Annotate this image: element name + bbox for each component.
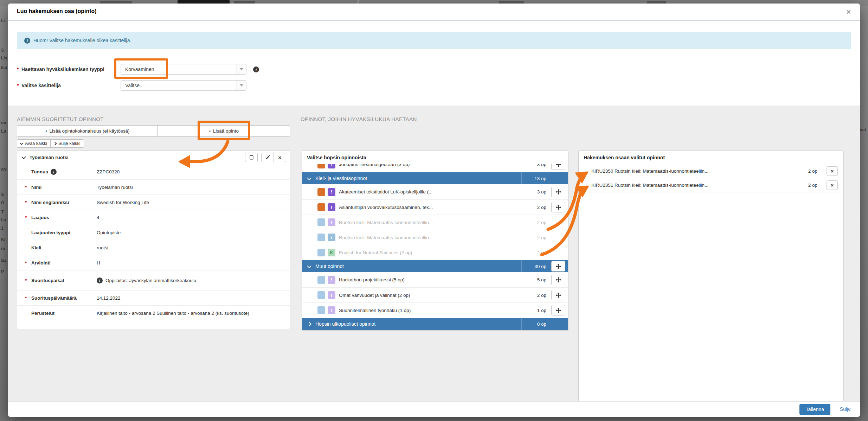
credits-value: 2 op <box>796 168 817 174</box>
background-fragment: Lis <box>1 56 7 60</box>
open-all-button[interactable]: Avaa kaikki <box>17 139 51 148</box>
study-field-row: Kieliruotsi <box>17 240 290 255</box>
move-button[interactable] <box>551 275 565 285</box>
course-status-icon: ! <box>328 164 335 168</box>
course-status-icon: K <box>328 249 335 256</box>
background-fragment: Sa <box>1 258 6 263</box>
info-icon[interactable]: i <box>97 278 103 283</box>
study-item-row: !Asiantuntijan vuorovaikutusosaaminen, t… <box>302 199 568 215</box>
move-button[interactable] <box>551 261 565 272</box>
previous-study-card-header[interactable]: Työelämän ruotsi × <box>17 151 290 164</box>
study-group-label: Kieli- ja viestintäopinnot <box>315 176 522 181</box>
study-field-label: Tunnusi <box>31 169 97 175</box>
course-status-icon: ! <box>328 203 335 211</box>
required-marker: * <box>25 200 27 205</box>
credit-type-label: Haettavan hyväksilukemisen tyyppi <box>21 64 104 75</box>
close-all-button[interactable]: Sulje kaikki <box>50 139 84 148</box>
study-group-row[interactable]: Muut opinnot30 op <box>302 260 568 272</box>
course-status-icon: ! <box>328 188 335 196</box>
study-field-label-text: Nimi englanniksi <box>31 200 69 205</box>
course-status-icon: i <box>328 234 335 241</box>
credits-value: 2 op <box>796 183 817 188</box>
required-marker: * <box>25 295 27 301</box>
study-field-row: TunnusiZZPC0320 <box>17 164 290 179</box>
required-marker: * <box>17 64 19 75</box>
selected-study-row: KIRU2350 Ruotsin kieli: Matemaattis-luon… <box>579 164 843 178</box>
move-button[interactable] <box>551 290 565 300</box>
credits-value: 1 op <box>522 308 546 313</box>
move-button[interactable] <box>551 305 565 315</box>
course-type-icon <box>317 276 325 284</box>
credits-value: 2 op <box>522 220 546 225</box>
course-status-icon: ! <box>328 291 335 299</box>
remove-button[interactable]: × <box>827 180 838 190</box>
credit-type-select[interactable]: Korvaaminen <box>121 64 246 75</box>
credit-type-value: Korvaaminen <box>121 66 237 72</box>
study-item-row: !Ruotsin kieli: Matemaattis-luonnontiete… <box>302 215 568 230</box>
study-field-value-text: Swedish for Working Life <box>97 200 149 205</box>
close-link[interactable]: Sulje <box>840 406 851 412</box>
handler-select[interactable]: Valitse.. <box>121 80 246 91</box>
chevron-down-icon[interactable] <box>237 64 246 74</box>
study-field-label-text: Kieli <box>31 245 41 250</box>
info-icon[interactable]: i <box>253 66 259 72</box>
close-icon: × <box>847 7 851 16</box>
previous-study-title: Työelämän ruotsi <box>30 155 245 160</box>
remove-button[interactable]: × <box>827 166 838 176</box>
move-button[interactable] <box>551 164 565 170</box>
course-status-icon: ! <box>328 218 335 226</box>
move-icon <box>556 293 561 298</box>
study-item-label: Akateemiset tekstitaidot LuK-opiskelijoi… <box>339 189 522 194</box>
chevron-down-icon[interactable] <box>237 81 246 90</box>
copy-button[interactable] <box>245 153 258 162</box>
info-banner: i Huom! Valitse hakemukselle oikea käsit… <box>17 32 851 49</box>
background-fragment: P <box>1 269 4 274</box>
study-item-row: !Hackathon-projektikurssi (5 op)5 op <box>302 272 568 287</box>
study-field-value: H <box>97 260 105 266</box>
row-actions <box>551 164 565 170</box>
background-fragment: uo <box>1 120 6 125</box>
study-item-row: !Johdatus lineaarialgebraan (3 op)3 op <box>302 164 568 172</box>
study-group-row[interactable]: Hopsin ulkopuoliset opinnot0 op <box>302 318 568 330</box>
study-item-label: Hackathon-projektikurssi (5 op) <box>339 277 522 282</box>
move-icon <box>556 164 561 167</box>
course-type-icon <box>317 249 325 256</box>
chevron-down-icon <box>21 155 26 159</box>
move-button[interactable] <box>551 202 565 212</box>
study-item-row: !Suunnitelmallinen työnhaku (1 op)1 op <box>302 302 568 318</box>
row-actions <box>551 261 565 272</box>
move-icon <box>556 189 561 194</box>
credits-value: 0 op <box>522 321 546 327</box>
study-item-label: Ruotsin kieli: Matemaattis-luonnontietee… <box>339 220 522 225</box>
save-button[interactable]: Tallenna <box>799 404 830 415</box>
study-field-value-text: Työelämän ruotsi <box>97 185 133 190</box>
delete-button[interactable]: × <box>274 153 286 162</box>
study-field-label-text: Suorituspaikat <box>31 278 64 283</box>
study-field-value: ZZPC0320 <box>97 169 124 174</box>
credits-value: 3 op <box>522 164 546 167</box>
close-button[interactable]: × <box>844 7 854 17</box>
add-module-button[interactable]: +Lisää opintokokonaisuus (ei käytössä) <box>17 126 157 136</box>
add-study-button[interactable]: +Lisää opinto <box>157 126 290 136</box>
study-field-value: Työelämän ruotsi <box>97 185 138 190</box>
course-type-icon <box>317 188 325 196</box>
modal-title: Luo hakemuksen osa (opinto) <box>17 8 97 14</box>
study-field-value-text: 4 <box>97 215 99 220</box>
plus-icon: + <box>45 128 48 134</box>
study-group-row[interactable]: Kieli- ja viestintäopinnot13 op <box>302 172 568 184</box>
required-marker: * <box>25 215 27 220</box>
course-type-icon <box>317 234 325 241</box>
info-icon[interactable]: i <box>51 169 57 175</box>
course-type-icon <box>317 164 325 168</box>
background-fragment: 1 <box>1 226 4 231</box>
target-studies-heading: OPINNOT, JOIHIN HYVÄKSILUKUA HAETAAN <box>301 116 417 122</box>
study-field-label: Perustelut <box>31 311 97 316</box>
study-field-row: *NimiTyöelämän ruotsi <box>17 179 290 194</box>
study-field-row: *Laajuus4 <box>17 210 290 225</box>
study-field-value-text: 14.12.2022 <box>97 295 121 301</box>
modal-create-application-part: Luo hakemuksen osa (opinto) × i Huom! Va… <box>8 4 860 417</box>
chevron-right-icon <box>307 322 311 326</box>
move-button[interactable] <box>551 187 565 197</box>
edit-button[interactable] <box>261 153 274 162</box>
row-actions <box>551 202 565 212</box>
